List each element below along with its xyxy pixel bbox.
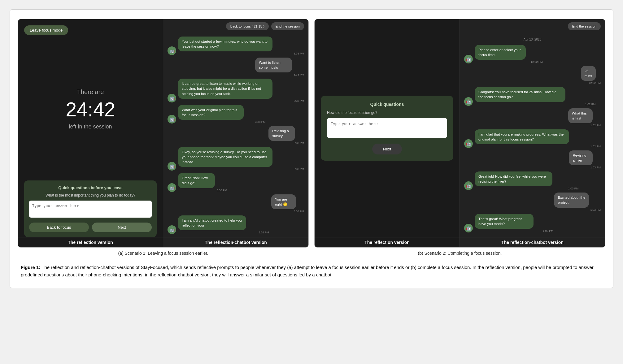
chat-bubble-bot: That's great! What progress have you mad… [475,214,534,229]
bubble-wrap: Okay, so you're revising a survey. Do yo… [178,147,304,171]
chat-date: Apr 13, 2023 [464,38,601,41]
s3-modal-input[interactable] [327,118,447,138]
chat-time: 3:38 PM [178,120,265,124]
chat-row: You are right 🙂 3:38 PM [168,194,304,213]
back-to-focus-chatbot-button[interactable]: Back to focus { 21:15 } [226,22,269,30]
screen4-main: End the session Apr 13, 2023 🤖 Please en… [460,19,605,237]
screen1-main: Leave focus mode There are 24:42 left in… [18,19,163,237]
there-are-text: There are [77,89,104,96]
chat-time: 12:32 PM [581,81,601,84]
bot-avatar: 🤖 [464,55,473,63]
bubble-wrap: Excited about the project 1:03 PM [554,193,601,211]
screen2-main: Back to focus { 21:15 } End the session … [163,19,308,237]
qq-title: Quick questions before you leave [29,185,152,190]
chat-bubble-user: What this is fast [568,108,593,123]
bot-avatar: 🤖 [168,183,176,192]
screen1: Leave focus mode There are 24:42 left in… [18,19,163,247]
chat-time: 3:38 PM [271,210,304,213]
s3-modal-question: How did the focus session go? [327,110,447,115]
chat-row: Excited about the project 1:03 PM [464,193,601,211]
chat-row: Revising a flyer 1:03 PM [464,150,601,169]
chat-bubble-bot: Great Plan! How did it go? [178,173,215,188]
bubble-wrap: Want to listen some music 3:38 PM [255,58,304,76]
bubble-wrap: What was your original plan for this foc… [178,105,265,124]
bot-avatar: 🤖 [168,115,176,124]
end-session-button-s4[interactable]: End the session [568,22,601,30]
bot-avatar: 🤖 [464,97,473,106]
qq-input[interactable] [29,201,152,218]
chat-time: 1:03 PM [554,208,601,211]
chat-row: 🤖 Great Plan! How did it go? 3:38 PM [168,173,304,192]
chat-bubble-user: You are right 🙂 [271,194,296,209]
timer-section: There are 24:42 left in the session [24,44,157,174]
chat-bubble-user: Want to listen some music [255,58,292,72]
bubble-wrap: You just got started a few minutes, why … [178,37,304,55]
chat-row: 25 mins 12:32 PM [464,66,601,84]
scenario2-caption: (b) Scenario 2: Completing a focus sessi… [314,251,605,256]
chat-bubble-bot: Please enter or select your focus time. [475,45,526,60]
chat-time: 3:38 PM [178,52,304,55]
scenario2-screens: Quick questions How did the focus sessio… [314,19,605,248]
qq-question: What is the most important thing you pla… [29,193,152,197]
bubble-wrap: What this is fast 1:02 PM [568,108,601,127]
figure-caption-text: The reflection and reflection-chatbot ve… [21,265,594,277]
bot-avatar: 🤖 [464,181,473,190]
bubble-wrap: You are right 🙂 3:38 PM [271,194,304,213]
chat-time: 1:03 PM [475,187,578,190]
chat-row: 🤖 I am an AI chatbot created to help you… [168,215,304,234]
chat-time: 3:38 PM [255,73,304,76]
end-session-button-s2[interactable]: End the session [271,22,304,30]
chat-time: 1:02 PM [568,124,601,127]
bubble-wrap: I am an AI chatbot created to help you r… [178,215,269,234]
chat-bubble-bot: It can be great to listen to music while… [178,79,272,98]
timer-left-text: left in the session [69,124,112,130]
screen4-topbar: End the session [460,19,605,33]
screen2: Back to focus { 21:15 } End the session … [163,19,308,247]
chat-messages-s2: 🤖 You just got started a few minutes, wh… [163,33,308,237]
s3-modal: Quick questions How did the focus sessio… [321,96,453,161]
chat-time: 1:02 PM [475,103,595,106]
chat-row: 🤖 That's great! What progress have you m… [464,214,601,232]
figure-caption-label: Figure 1: [21,265,40,270]
next-button-s1[interactable]: Next [92,223,152,232]
back-to-focus-button[interactable]: Back to focus [29,223,89,232]
chat-time: 3:38 PM [178,189,227,192]
chat-time: 12:32 PM [475,60,543,63]
chat-row: Revising a survey 3:38 PM [168,126,304,145]
scenario1-caption: (a) Scenario 1: Leaving a focus session … [18,251,309,256]
screen3-label: The reflection version [315,237,460,247]
chat-time: 1:03 PM [569,166,601,169]
chat-row: Want to listen some music 3:38 PM [168,58,304,76]
chat-time: 3:38 PM [178,231,269,234]
chat-bubble-user: Revising a flyer [569,150,593,165]
next-button-s3[interactable]: Next [372,144,402,154]
bot-avatar: 🤖 [168,46,176,55]
chat-time: 1:03 PM [475,229,553,232]
chat-row: 🤖 You just got started a few minutes, wh… [168,37,304,55]
bubble-wrap: Please enter or select your focus time. … [475,45,543,63]
screen4: End the session Apr 13, 2023 🤖 Please en… [460,19,605,247]
bubble-wrap: Great Plan! How did it go? 3:38 PM [178,173,227,192]
chat-row: 🤖 Great job! How did you feel while you … [464,171,601,190]
chat-bubble-bot: I am an AI chatbot created to help you r… [178,215,246,230]
chat-row: 🤖 What was your original plan for this f… [168,105,304,124]
bubble-wrap: Congrats! You have focused for 25 mins. … [475,87,595,106]
screen3: Quick questions How did the focus sessio… [315,19,460,247]
bubble-wrap: I am glad that you are making progress. … [475,129,601,148]
bubble-wrap: It can be great to listen to music while… [178,79,304,102]
chat-bubble-user: Excited about the project [554,193,589,207]
bot-avatar: 🤖 [464,224,473,232]
chat-time: 3:38 PM [178,167,304,171]
figure-caption: Figure 1: The reflection and reflection-… [18,264,605,279]
scenario1-screens: Leave focus mode There are 24:42 left in… [18,19,309,248]
bot-avatar: 🤖 [168,225,176,234]
chat-bubble-user: Revising a survey [268,126,295,141]
bubble-wrap: Revising a flyer 1:03 PM [569,150,601,169]
leave-focus-button[interactable]: Leave focus mode [24,25,68,35]
screen2-topbar: Back to focus { 21:15 } End the session [163,19,308,33]
scenario2-group: Quick questions How did the focus sessio… [314,19,605,258]
screen1-label: The reflection version [18,237,163,247]
chat-bubble-bot: Great job! How did you feel while you we… [475,171,552,186]
chat-time: 3:38 PM [178,99,304,102]
chat-bubble-bot: Congrats! You have focused for 25 mins. … [475,87,565,102]
